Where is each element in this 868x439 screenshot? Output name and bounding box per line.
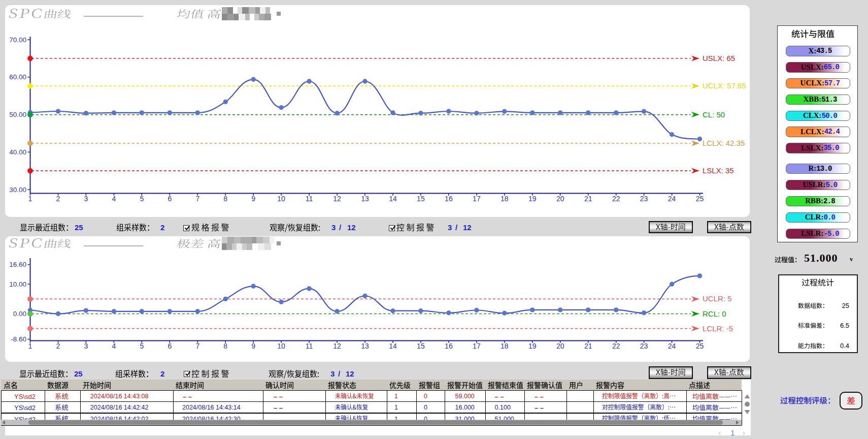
svg-text:18: 18 (500, 195, 509, 203)
svg-text:12: 12 (333, 342, 341, 350)
svg-text:18: 18 (500, 342, 509, 350)
svg-text:10: 10 (277, 342, 285, 350)
svg-text:10: 10 (277, 195, 285, 203)
svg-text:17: 17 (473, 195, 481, 203)
svg-text:LCLX: 42.35: LCLX: 42.35 (703, 139, 745, 147)
svg-text:40.00: 40.00 (9, 148, 26, 156)
svg-text:60.00: 60.00 (9, 73, 26, 81)
svg-text:9: 9 (251, 195, 255, 203)
svg-text:20: 20 (556, 342, 564, 350)
svg-text:14: 14 (389, 195, 397, 203)
svg-text:25: 25 (696, 342, 704, 350)
svg-text:1: 1 (28, 195, 32, 203)
svg-text:11: 11 (306, 195, 313, 203)
svg-text:50.00: 50.00 (9, 111, 26, 118)
svg-text:5: 5 (140, 195, 144, 203)
svg-text:24: 24 (668, 342, 676, 350)
svg-text:10.00: 10.00 (9, 280, 26, 288)
svg-text:25: 25 (696, 195, 704, 203)
svg-text:21: 21 (584, 342, 592, 350)
svg-text:70.00: 70.00 (9, 36, 26, 44)
svg-text:2: 2 (56, 195, 60, 203)
svg-text:23: 23 (640, 342, 648, 350)
svg-text:7: 7 (195, 195, 199, 203)
svg-text:20: 20 (556, 195, 564, 203)
svg-text:23: 23 (640, 195, 648, 203)
svg-text:16: 16 (445, 195, 453, 203)
svg-text:16.60: 16.60 (9, 261, 26, 268)
svg-text:LSLX: 35: LSLX: 35 (703, 166, 734, 175)
svg-text:13: 13 (361, 195, 369, 203)
svg-text:21: 21 (584, 195, 592, 203)
svg-text:11: 11 (306, 342, 313, 350)
svg-text:22: 22 (612, 342, 620, 350)
svg-text:19: 19 (528, 342, 537, 350)
svg-text:16: 16 (445, 342, 453, 350)
svg-text:-8.60: -8.60 (11, 335, 26, 343)
svg-text:22: 22 (612, 195, 620, 203)
svg-text:15: 15 (417, 342, 425, 350)
svg-text:6: 6 (168, 342, 172, 350)
svg-text:USLX: 65: USLX: 65 (703, 54, 735, 62)
svg-text:24: 24 (668, 195, 676, 203)
svg-text:19: 19 (528, 195, 537, 203)
svg-text:4: 4 (112, 342, 116, 350)
svg-text:8: 8 (223, 342, 227, 350)
svg-text:4: 4 (112, 195, 116, 203)
svg-text:LCLR: -5: LCLR: -5 (703, 324, 733, 333)
svg-text:2: 2 (56, 342, 60, 350)
svg-text:14: 14 (389, 342, 397, 350)
svg-text:CL: 50: CL: 50 (703, 110, 725, 119)
svg-text:9: 9 (251, 342, 255, 350)
svg-text:30.00: 30.00 (9, 186, 26, 194)
svg-text:17: 17 (473, 342, 481, 350)
svg-text:0.00: 0.00 (13, 310, 26, 318)
svg-text:UCLX: 57.65: UCLX: 57.65 (703, 81, 746, 90)
svg-text:13: 13 (361, 342, 369, 350)
svg-text:RCL: 0: RCL: 0 (703, 309, 726, 318)
svg-text:15: 15 (417, 195, 425, 203)
svg-text:5: 5 (140, 342, 144, 350)
svg-text:7: 7 (195, 342, 199, 350)
svg-text:12: 12 (333, 195, 341, 203)
svg-text:1: 1 (28, 342, 32, 350)
svg-text:8: 8 (223, 195, 227, 203)
svg-text:3: 3 (84, 342, 88, 350)
svg-text:UCLR: 5: UCLR: 5 (703, 294, 732, 303)
svg-text:3: 3 (84, 195, 88, 203)
svg-text:6: 6 (168, 195, 172, 203)
